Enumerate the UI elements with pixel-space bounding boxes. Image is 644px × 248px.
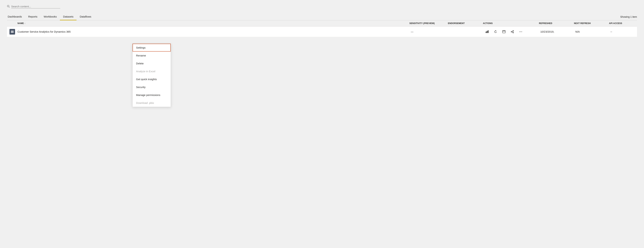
svg-point-12 bbox=[513, 30, 514, 31]
showing-count: Showing 1 item bbox=[620, 16, 637, 18]
svg-point-13 bbox=[511, 31, 512, 32]
context-menu: Settings Rename Delete Analyze in Excel … bbox=[132, 44, 171, 107]
refresh-icon[interactable] bbox=[493, 29, 498, 35]
svg-point-19 bbox=[522, 31, 522, 32]
svg-point-17 bbox=[520, 31, 520, 32]
table-row: Customer Service Analytics for Dynamics … bbox=[7, 27, 637, 37]
row-icon-cell bbox=[7, 29, 18, 35]
row-next-refresh: N/A bbox=[574, 30, 609, 33]
svg-rect-7 bbox=[488, 30, 488, 33]
dataset-icon bbox=[10, 29, 15, 35]
menu-item-rename[interactable]: Rename bbox=[132, 52, 171, 59]
table-header: NAME ↑ SENSITIVITY (preview) ENDORSEMENT… bbox=[7, 20, 637, 27]
search-input[interactable] bbox=[11, 5, 60, 9]
col-header-sensitivity: SENSITIVITY (preview) bbox=[409, 22, 448, 25]
svg-point-14 bbox=[513, 32, 514, 33]
menu-item-delete[interactable]: Delete bbox=[132, 59, 171, 67]
view-usage-icon[interactable] bbox=[484, 29, 490, 35]
more-options-icon[interactable] bbox=[518, 29, 524, 35]
row-actions bbox=[483, 29, 539, 35]
row-name: Customer Service Analytics for Dynamics … bbox=[18, 30, 409, 33]
col-header-api-access: API ACCESS bbox=[609, 22, 637, 25]
svg-rect-3 bbox=[11, 31, 14, 32]
tab-reports[interactable]: Reports bbox=[25, 13, 40, 20]
tab-datasets[interactable]: Datasets bbox=[60, 13, 76, 20]
svg-line-1 bbox=[9, 7, 10, 8]
col-header-endorsement: ENDORSEMENT bbox=[448, 22, 483, 25]
svg-rect-4 bbox=[11, 32, 14, 33]
menu-item-settings[interactable]: Settings bbox=[132, 44, 171, 52]
share-icon[interactable] bbox=[510, 29, 515, 35]
menu-item-security[interactable]: Security bbox=[132, 83, 171, 91]
row-sensitivity: — bbox=[409, 30, 448, 33]
svg-point-18 bbox=[520, 31, 521, 32]
menu-item-manage-permissions[interactable]: Manage permissions bbox=[132, 91, 171, 99]
page-container: Dashboards Reports Workbooks Datasets Da… bbox=[0, 0, 644, 42]
tab-dataflows[interactable]: Dataflows bbox=[76, 13, 94, 20]
svg-rect-8 bbox=[502, 31, 505, 33]
col-header-name[interactable]: NAME ↑ bbox=[18, 22, 409, 25]
svg-line-16 bbox=[512, 32, 513, 33]
tab-dashboards[interactable]: Dashboards bbox=[7, 13, 25, 20]
svg-rect-2 bbox=[11, 31, 14, 31]
sort-asc-icon: ↑ bbox=[24, 23, 26, 24]
search-icon bbox=[7, 5, 10, 9]
svg-rect-5 bbox=[486, 32, 486, 33]
menu-item-quick-insights[interactable]: Get quick insights bbox=[132, 75, 171, 83]
svg-line-15 bbox=[512, 31, 513, 32]
col-header-actions: ACTIONS bbox=[483, 22, 539, 25]
tab-workbooks[interactable]: Workbooks bbox=[40, 13, 60, 20]
menu-item-analyze-excel: Analyze in Excel bbox=[132, 67, 171, 75]
nav-wrapper: Dashboards Reports Workbooks Datasets Da… bbox=[7, 13, 637, 20]
svg-rect-6 bbox=[487, 31, 488, 33]
schedule-refresh-icon[interactable] bbox=[501, 29, 507, 35]
table-container: NAME ↑ SENSITIVITY (preview) ENDORSEMENT… bbox=[7, 20, 637, 37]
row-api-access: -- bbox=[609, 30, 637, 33]
col-header-next-refresh: NEXT REFRESH bbox=[574, 22, 609, 25]
nav-tabs: Dashboards Reports Workbooks Datasets Da… bbox=[7, 13, 637, 20]
col-header-refreshed: REFRESHED bbox=[539, 22, 574, 25]
menu-item-download-pbix: Download .pbix bbox=[132, 99, 171, 107]
search-bar bbox=[7, 5, 66, 9]
row-refreshed: 10/23/2019, bbox=[539, 30, 574, 33]
